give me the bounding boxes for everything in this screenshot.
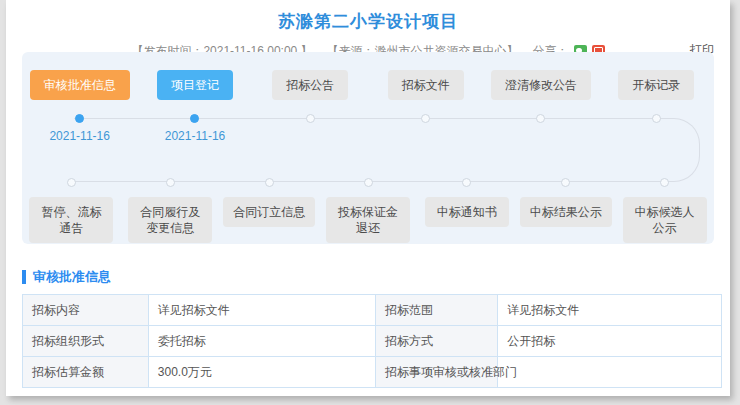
section-title: 审核批准信息 [33,268,111,286]
field-value: 详见招标文件 [498,295,722,326]
field-value: 详见招标文件 [148,295,375,326]
stage-button[interactable]: 招标文件 [388,70,464,100]
stage-button[interactable]: 合同履行及 变更信息 [128,197,212,243]
stage-bid-opening: 开标记录 [599,70,714,143]
stage-button[interactable]: 招标公告 [272,70,348,100]
stage-date: 2021-11-16 [49,129,110,143]
page-title: 苏滁第二小学设计项目 [6,10,730,33]
stage-button[interactable]: 开标记录 [618,70,694,100]
timeline-bottom-row: 暂停、流标 通告 合同履行及 变更信息 合同订立信息 投标保证金 退还 中标通知… [22,178,714,243]
stage-button[interactable]: 投标保证金 退还 [326,197,410,243]
stage-button[interactable]: 澄清修改公告 [491,70,591,100]
stage-tender-document: 招标文件 [368,70,483,143]
stage-suspend-notice: 暂停、流标 通告 [22,178,121,243]
stage-clarification: 澄清修改公告 [483,70,598,143]
stage-button[interactable]: 项目登记 [157,70,233,100]
field-label: 招标方式 [375,326,497,357]
field-label: 招标内容 [23,295,149,326]
stage-contract-conclusion: 合同订立信息 [220,178,319,243]
stage-button[interactable]: 中标通知书 [425,197,509,227]
stage-button[interactable]: 暂停、流标 通告 [29,197,113,243]
timeline-dot-empty [67,178,76,187]
field-label: 招标估算金额 [23,357,149,388]
timeline-dot-empty [462,178,471,187]
stage-button[interactable]: 中标候选人 公示 [623,197,707,243]
field-value: 300.0万元 [148,357,375,388]
field-value: 公开招标 [498,326,722,357]
stage-result-publicity: 中标结果公示 [516,178,615,243]
stage-date: 2021-11-16 [165,129,226,143]
timeline-dot-empty [306,114,315,123]
timeline-top-row: 审核批准信息 2021-11-16 项目登记 2021-11-16 招标公告 招… [22,70,714,143]
field-label: 招标范围 [375,295,497,326]
timeline-dot-empty [652,114,661,123]
stage-button[interactable]: 审核批准信息 [30,70,130,100]
timeline-dot-empty [536,114,545,123]
timeline-dot-filled [190,114,199,123]
timeline-dot-empty [265,178,274,187]
stage-award-notice: 中标通知书 [417,178,516,243]
timeline-panel: 审核批准信息 2021-11-16 项目登记 2021-11-16 招标公告 招… [22,52,714,244]
timeline-dot-filled [75,114,84,123]
table-row: 招标估算金额 300.0万元 招标事项审核或核准部门 [23,357,722,388]
stage-audit-approval: 审核批准信息 2021-11-16 [22,70,137,143]
stage-bond-refund: 投标保证金 退还 [319,178,418,243]
table-row: 招标组织形式 委托招标 招标方式 公开招标 [23,326,722,357]
stage-contract-performance: 合同履行及 变更信息 [121,178,220,243]
section-accent-bar [22,270,26,284]
timeline-dot-empty [561,178,570,187]
field-value: 委托招标 [148,326,375,357]
stage-candidate-publicity: 中标候选人 公示 [615,178,714,243]
timeline-dot-empty [660,178,669,187]
table-row: 招标内容 详见招标文件 招标范围 详见招标文件 [23,295,722,326]
timeline-dot-empty [421,114,430,123]
timeline-dot-empty [166,178,175,187]
audit-info-table: 招标内容 详见招标文件 招标范围 详见招标文件 招标组织形式 委托招标 招标方式… [22,294,722,388]
section-header: 审核批准信息 [22,268,722,286]
stage-button[interactable]: 合同订立信息 [223,197,315,227]
timeline-dot-empty [364,178,373,187]
field-label: 招标组织形式 [23,326,149,357]
stage-tender-announcement: 招标公告 [253,70,368,143]
field-value [498,357,722,388]
stage-project-register: 项目登记 2021-11-16 [137,70,252,143]
stage-button[interactable]: 中标结果公示 [520,197,612,227]
audit-approval-section: 审核批准信息 招标内容 详见招标文件 招标范围 详见招标文件 招标组织形式 委托… [22,268,722,388]
page-card: 苏滁第二小学设计项目 【发布时间：2021-11-16 00:00 】 【来源：… [6,0,730,396]
field-label: 招标事项审核或核准部门 [375,357,497,388]
